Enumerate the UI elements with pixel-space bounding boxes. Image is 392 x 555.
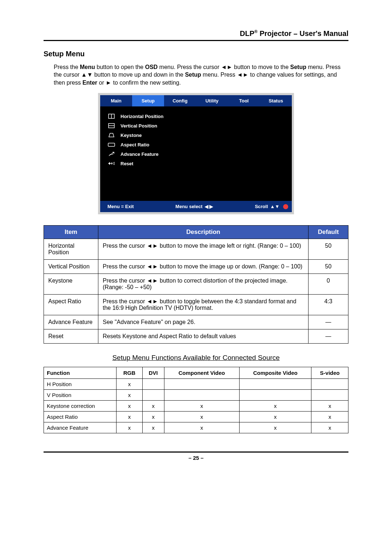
avail-cell: x (164, 412, 239, 422)
svg-line-6 (109, 152, 114, 156)
avail-cell: x (142, 401, 164, 412)
item-cell: Reset (44, 329, 98, 344)
avail-cell: x (117, 412, 143, 422)
desc-cell: Press the cursor ◄► button to toggle bet… (98, 295, 309, 315)
avail-head-cell: RGB (117, 367, 143, 379)
avail-cell: x (239, 422, 311, 433)
osd-tab-setup: Setup (132, 95, 164, 106)
default-cell: 4:3 (309, 295, 348, 315)
osd-row-label: Keystone (121, 133, 142, 138)
avail-cell: x (311, 401, 348, 412)
table-row: Aspect RatioPress the cursor ◄► button t… (44, 295, 348, 315)
avail-cell (311, 379, 348, 390)
avail-cell: x (164, 401, 239, 412)
items-table: Item Description Default Horizontal Posi… (44, 225, 348, 344)
table-row: Keystone correctionxxxxx (44, 401, 348, 412)
avail-cell: x (311, 422, 348, 433)
avail-cell (239, 390, 311, 401)
desc-cell: Press the cursor ◄► button to move the i… (98, 260, 309, 274)
table-row: Advance Featurexxxxx (44, 422, 348, 433)
osd-row-label: Advance Feature (121, 151, 159, 157)
item-cell: Vertical Position (44, 260, 98, 274)
page-header: DLP® Projector – User's Manual (44, 29, 348, 41)
avail-cell (142, 379, 164, 390)
svg-marker-8 (108, 162, 110, 165)
osd-tab-utility: Utility (196, 95, 228, 106)
subsection-title: Setup Menu Functions Available for Conne… (44, 354, 348, 362)
svg-marker-9 (113, 162, 114, 165)
desc-cell: Resets Keystone and Aspect Ratio to defa… (98, 329, 309, 344)
avail-cell: x (311, 412, 348, 422)
hpos-icon (107, 113, 115, 119)
avail-cell (311, 390, 348, 401)
table-row: Aspect Ratioxxxxx (44, 412, 348, 422)
osd-row-label: Aspect Ratio (121, 142, 149, 147)
avail-cell: x (239, 401, 311, 412)
fn-cell: V Position (44, 390, 117, 401)
advance-icon (107, 151, 115, 157)
avail-cell: x (117, 390, 143, 401)
osd-row: Aspect Ratio (107, 140, 285, 149)
osd-row-label: Vertical Position (121, 123, 157, 129)
page-footer: – 25 – (44, 451, 348, 461)
desc-cell: Press the cursor ◄► button to correct di… (98, 274, 309, 295)
osd-tab-config: Config (164, 95, 196, 106)
avail-cell: x (117, 401, 143, 412)
osd-tab-main: Main (100, 95, 132, 106)
avail-cell (164, 390, 239, 401)
item-cell: Aspect Ratio (44, 295, 98, 315)
table-row: H Positionx (44, 379, 348, 390)
desc-cell: See "Advance Feature" on page 26. (98, 315, 309, 329)
desc-cell: Press the cursor ◄► button to move the i… (98, 239, 309, 260)
osd-row: Reset (107, 159, 285, 168)
table-row: ResetResets Keystone and Aspect Ratio to… (44, 329, 348, 344)
avail-head-cell: DVI (142, 367, 164, 379)
header-title: DLP® Projector – User's Manual (240, 29, 348, 38)
table-row: Vertical PositionPress the cursor ◄► but… (44, 260, 348, 274)
osd-footer: Menu = Exit Menu select◀ ▶ Scroll▲▼ (100, 201, 292, 212)
osd-row-label: Horizontal Position (121, 114, 163, 119)
items-head-item: Item (44, 226, 98, 239)
osd-footer-scroll: Scroll▲▼ (255, 204, 279, 209)
vpos-icon (107, 123, 115, 129)
keystone-icon (107, 132, 115, 138)
avail-cell: x (117, 379, 143, 390)
osd-row: Horizontal Position (107, 112, 285, 121)
table-row: Advance FeatureSee "Advance Feature" on … (44, 315, 348, 329)
osd-row: Advance Feature (107, 149, 285, 159)
svg-marker-4 (109, 133, 114, 137)
osd-row: Keystone (107, 130, 285, 140)
avail-head-cell: Function (44, 367, 117, 379)
avail-cell (164, 379, 239, 390)
availability-table: FunctionRGBDVIComponent VideoComposite V… (44, 367, 348, 433)
default-cell: — (309, 315, 348, 329)
svg-rect-5 (108, 143, 115, 146)
aspect-icon (107, 142, 115, 147)
osd-tab-status: Status (260, 95, 292, 106)
fn-cell: Aspect Ratio (44, 412, 117, 422)
avail-head-cell: S-video (311, 367, 348, 379)
avail-cell: x (164, 422, 239, 433)
fn-cell: H Position (44, 379, 117, 390)
osd-tab-tool: Tool (228, 95, 260, 106)
fn-cell: Advance Feature (44, 422, 117, 433)
osd-row-label: Reset (121, 161, 133, 166)
items-head-desc: Description (98, 226, 309, 239)
default-cell: 50 (309, 239, 348, 260)
osd-row: Vertical Position (107, 121, 285, 130)
default-cell: — (309, 329, 348, 344)
table-row: Horizontal PositionPress the cursor ◄► b… (44, 239, 348, 260)
items-head-default: Default (309, 226, 348, 239)
avail-head-cell: Component Video (164, 367, 239, 379)
table-row: V Positionx (44, 390, 348, 401)
default-cell: 0 (309, 274, 348, 295)
fn-cell: Keystone correction (44, 401, 117, 412)
avail-cell: x (142, 422, 164, 433)
intro-paragraph: Press the Menu button to open the OSD me… (54, 63, 348, 87)
reset-icon (107, 161, 115, 166)
osd-screenshot: MainSetupConfigUtilityToolStatus Horizon… (98, 93, 294, 214)
mic-icon (283, 204, 288, 209)
item-cell: Advance Feature (44, 315, 98, 329)
avail-cell (142, 390, 164, 401)
osd-footer-exit: Menu = Exit (107, 204, 134, 209)
